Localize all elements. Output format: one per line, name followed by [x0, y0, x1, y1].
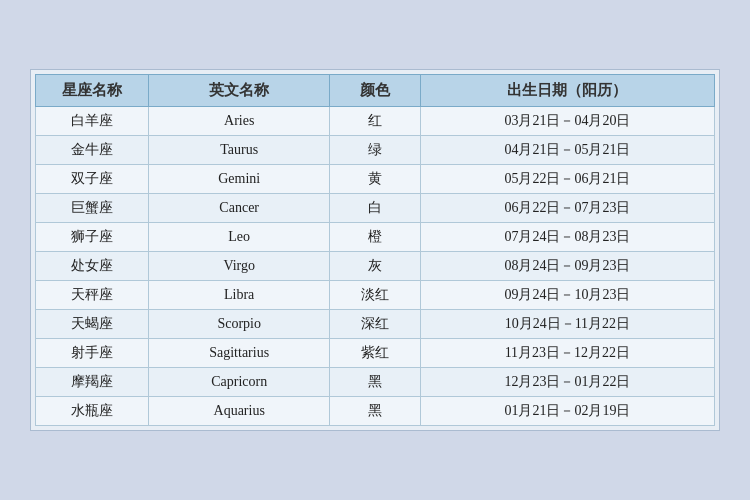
table-row: 天蝎座Scorpio深红10月24日－11月22日: [36, 310, 715, 339]
cell-date: 01月21日－02月19日: [420, 397, 714, 426]
header-english-name: 英文名称: [149, 75, 330, 107]
cell-date: 04月21日－05月21日: [420, 136, 714, 165]
cell-english: Sagittarius: [149, 339, 330, 368]
zodiac-table: 星座名称 英文名称 颜色 出生日期（阳历） 白羊座Aries红03月21日－04…: [35, 74, 715, 426]
table-row: 处女座Virgo灰08月24日－09月23日: [36, 252, 715, 281]
table-row: 天秤座Libra淡红09月24日－10月23日: [36, 281, 715, 310]
table-row: 狮子座Leo橙07月24日－08月23日: [36, 223, 715, 252]
cell-chinese: 狮子座: [36, 223, 149, 252]
zodiac-table-container: 星座名称 英文名称 颜色 出生日期（阳历） 白羊座Aries红03月21日－04…: [30, 69, 720, 431]
header-birth-date: 出生日期（阳历）: [420, 75, 714, 107]
cell-date: 03月21日－04月20日: [420, 107, 714, 136]
cell-color: 黑: [330, 368, 421, 397]
cell-color: 紫红: [330, 339, 421, 368]
table-row: 射手座Sagittarius紫红11月23日－12月22日: [36, 339, 715, 368]
cell-chinese: 金牛座: [36, 136, 149, 165]
cell-color: 淡红: [330, 281, 421, 310]
cell-color: 白: [330, 194, 421, 223]
cell-english: Cancer: [149, 194, 330, 223]
table-row: 摩羯座Capricorn黑12月23日－01月22日: [36, 368, 715, 397]
cell-date: 06月22日－07月23日: [420, 194, 714, 223]
table-row: 巨蟹座Cancer白06月22日－07月23日: [36, 194, 715, 223]
cell-date: 07月24日－08月23日: [420, 223, 714, 252]
cell-chinese: 摩羯座: [36, 368, 149, 397]
cell-chinese: 处女座: [36, 252, 149, 281]
cell-date: 08月24日－09月23日: [420, 252, 714, 281]
cell-chinese: 天蝎座: [36, 310, 149, 339]
cell-date: 10月24日－11月22日: [420, 310, 714, 339]
header-color: 颜色: [330, 75, 421, 107]
cell-english: Libra: [149, 281, 330, 310]
cell-english: Capricorn: [149, 368, 330, 397]
cell-date: 12月23日－01月22日: [420, 368, 714, 397]
cell-chinese: 天秤座: [36, 281, 149, 310]
cell-chinese: 巨蟹座: [36, 194, 149, 223]
table-row: 金牛座Taurus绿04月21日－05月21日: [36, 136, 715, 165]
cell-color: 深红: [330, 310, 421, 339]
cell-color: 灰: [330, 252, 421, 281]
cell-chinese: 双子座: [36, 165, 149, 194]
cell-color: 黑: [330, 397, 421, 426]
cell-english: Scorpio: [149, 310, 330, 339]
cell-english: Leo: [149, 223, 330, 252]
table-body: 白羊座Aries红03月21日－04月20日金牛座Taurus绿04月21日－0…: [36, 107, 715, 426]
cell-chinese: 水瓶座: [36, 397, 149, 426]
cell-color: 橙: [330, 223, 421, 252]
cell-english: Aries: [149, 107, 330, 136]
cell-english: Taurus: [149, 136, 330, 165]
table-header-row: 星座名称 英文名称 颜色 出生日期（阳历）: [36, 75, 715, 107]
header-chinese-name: 星座名称: [36, 75, 149, 107]
cell-date: 05月22日－06月21日: [420, 165, 714, 194]
table-row: 双子座Gemini黄05月22日－06月21日: [36, 165, 715, 194]
table-row: 水瓶座Aquarius黑01月21日－02月19日: [36, 397, 715, 426]
cell-date: 11月23日－12月22日: [420, 339, 714, 368]
cell-english: Virgo: [149, 252, 330, 281]
cell-english: Gemini: [149, 165, 330, 194]
cell-chinese: 白羊座: [36, 107, 149, 136]
cell-chinese: 射手座: [36, 339, 149, 368]
cell-color: 绿: [330, 136, 421, 165]
cell-date: 09月24日－10月23日: [420, 281, 714, 310]
cell-color: 红: [330, 107, 421, 136]
table-row: 白羊座Aries红03月21日－04月20日: [36, 107, 715, 136]
cell-english: Aquarius: [149, 397, 330, 426]
cell-color: 黄: [330, 165, 421, 194]
